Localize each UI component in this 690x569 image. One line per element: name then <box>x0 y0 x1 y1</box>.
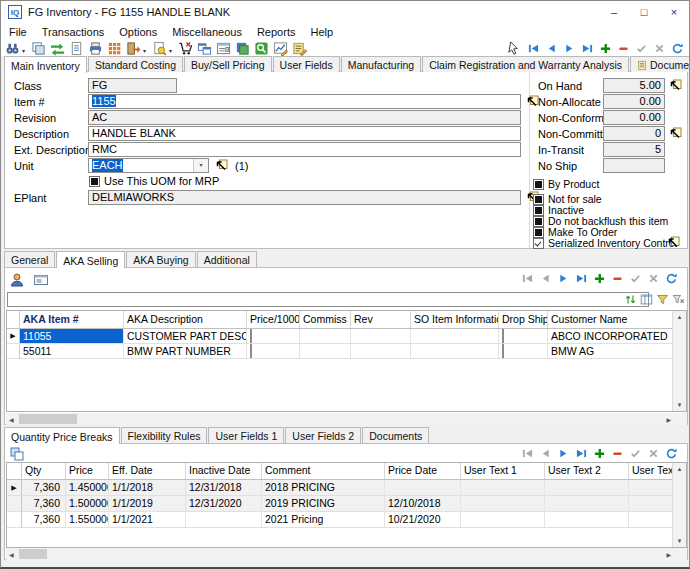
price-nav-last-button[interactable] <box>576 448 587 459</box>
not-for-sale-checkbox[interactable] <box>533 194 544 205</box>
maximize-button[interactable]: □ <box>629 1 659 23</box>
tab-price-documents[interactable]: Documents <box>362 427 429 443</box>
query-cursor-icon[interactable] <box>506 41 521 56</box>
price-refresh-button[interactable] <box>666 448 677 459</box>
tab-flexibility-rules[interactable]: Flexibility Rules <box>121 427 208 443</box>
serialized-checkbox[interactable] <box>533 238 544 249</box>
col-rev[interactable]: Rev <box>351 311 411 328</box>
price-row[interactable]: 7,360 1.500000 1/1/2019 12/31/2020 2019 … <box>7 496 686 512</box>
make-to-order-checkbox[interactable] <box>533 227 544 238</box>
col-inactive-date[interactable]: Inactive Date <box>186 463 262 479</box>
scroll-down-icon[interactable]: ▼ <box>677 399 683 411</box>
note-edit-icon[interactable] <box>292 41 307 56</box>
tab-general[interactable]: General <box>4 251 55 267</box>
detail-form-icon[interactable] <box>216 41 231 56</box>
col-aka-item[interactable]: AKA Item # <box>20 311 124 328</box>
price-row-selected[interactable]: ▶ 7,360 1.450000 1/1/2018 12/31/2018 201… <box>7 480 686 496</box>
menu-file[interactable]: File <box>9 26 27 38</box>
ext-description-field[interactable]: RMC <box>88 142 521 157</box>
filter-clear-icon[interactable] <box>672 293 685 306</box>
tab-main-inventory[interactable]: Main Inventory <box>4 56 87 73</box>
col-user-text-2[interactable]: User Text 2 <box>545 463 629 479</box>
exit-icon[interactable] <box>126 41 141 56</box>
non-committed-lookup-icon[interactable] <box>669 127 682 140</box>
delete-record-button[interactable] <box>618 43 629 54</box>
columns-icon[interactable] <box>640 293 653 306</box>
nav-prev-button[interactable] <box>546 43 557 54</box>
drop-ship-checkbox-cell[interactable] <box>499 329 548 344</box>
price-cancel-button[interactable] <box>648 448 659 459</box>
menu-miscellaneous[interactable]: Miscellaneous <box>172 26 242 38</box>
aka-vertical-scrollbar[interactable]: ▲ ▼ <box>672 311 686 411</box>
price-row[interactable]: 7,360 1.550000 1/1/2021 2021 Pricing 10/… <box>7 512 686 528</box>
col-so-item-info[interactable]: SO Item Information <box>411 311 499 328</box>
refresh-button[interactable] <box>672 43 683 54</box>
tab-buy-sell-pricing[interactable]: Buy/Sell Pricing <box>184 56 272 72</box>
price-add-button[interactable] <box>594 448 605 459</box>
cart-icon[interactable] <box>178 41 193 56</box>
aka-nav-next-button[interactable] <box>558 273 569 284</box>
tab-claim-registration[interactable]: Claim Registration and Warranty Analysis <box>422 56 629 72</box>
find-icon[interactable] <box>5 41 20 56</box>
no-backflush-checkbox[interactable] <box>533 216 544 227</box>
aka-nav-prev-button[interactable] <box>540 273 551 284</box>
tab-manufacturing[interactable]: Manufacturing <box>341 56 422 72</box>
lookup-dropdown-icon[interactable]: ▾ <box>169 47 172 54</box>
revision-field[interactable]: AC <box>88 110 521 125</box>
copy-rows-icon[interactable] <box>9 446 25 462</box>
menu-help[interactable]: Help <box>310 26 333 38</box>
scroll-right-icon[interactable]: ▶ <box>663 551 674 558</box>
scroll-down-icon[interactable]: ▼ <box>677 535 683 547</box>
unit-combobox[interactable]: EACH▾ <box>88 158 209 173</box>
aka-row-selected[interactable]: ▶ 11055 CUSTOMER PART DESCRIPTION ABCO I… <box>7 329 686 344</box>
col-eff-date[interactable]: Eff. Date <box>109 463 186 479</box>
close-button[interactable]: × <box>659 1 689 23</box>
scroll-up-icon[interactable]: ▲ <box>677 463 683 475</box>
aka-refresh-button[interactable] <box>666 273 677 284</box>
find-dropdown-icon[interactable]: ▾ <box>22 47 25 54</box>
chart-edit-icon[interactable] <box>273 41 288 56</box>
menu-transactions[interactable]: Transactions <box>42 26 105 38</box>
aka-post-button[interactable] <box>630 273 641 284</box>
aka-cancel-button[interactable] <box>648 273 659 284</box>
price-nav-next-button[interactable] <box>558 448 569 459</box>
col-price-1000[interactable]: Price/1000 <box>247 311 300 328</box>
by-product-checkbox[interactable] <box>533 179 544 190</box>
aka-nav-first-button[interactable] <box>522 273 533 284</box>
price-nav-prev-button[interactable] <box>540 448 551 459</box>
tab-user-fields[interactable]: User Fields <box>273 56 340 72</box>
item-number-field[interactable]: 1155 <box>88 94 521 109</box>
unit-lookup-icon[interactable] <box>215 159 228 172</box>
col-comment[interactable]: Comment <box>262 463 385 479</box>
tab-user-fields-1[interactable]: User Fields 1 <box>208 427 284 443</box>
drop-ship-checkbox-cell[interactable] <box>499 344 548 359</box>
exit-dropdown-icon[interactable]: ▾ <box>143 47 146 54</box>
class-field[interactable]: FG <box>88 78 177 93</box>
on-hand-lookup-icon[interactable] <box>669 79 682 92</box>
uom-mrp-checkbox[interactable] <box>89 176 100 187</box>
price-post-button[interactable] <box>630 448 641 459</box>
zoom-icon[interactable] <box>254 41 269 56</box>
price-vertical-scrollbar[interactable]: ▲ ▼ <box>672 463 686 547</box>
grid-icon[interactable] <box>107 41 122 56</box>
menu-options[interactable]: Options <box>119 26 157 38</box>
filter-icon[interactable] <box>656 293 669 306</box>
aka-search-input[interactable] <box>7 292 649 307</box>
non-allocate-field[interactable]: 0.00 <box>603 94 665 109</box>
price-nav-first-button[interactable] <box>522 448 533 459</box>
aka-nav-last-button[interactable] <box>576 273 587 284</box>
description-field[interactable]: HANDLE BLANK <box>88 126 521 141</box>
inactive-checkbox[interactable] <box>533 205 544 216</box>
scroll-left-icon[interactable]: ◀ <box>6 551 17 558</box>
price-delete-button[interactable] <box>612 448 623 459</box>
eplant-field[interactable]: DELMIAWORKS <box>88 190 521 205</box>
nav-first-button[interactable] <box>528 43 539 54</box>
scroll-right-icon[interactable]: ▶ <box>663 416 674 423</box>
copy-window-icon[interactable] <box>31 41 46 56</box>
price-1000-checkbox-cell[interactable] <box>247 344 300 359</box>
add-record-button[interactable] <box>600 43 611 54</box>
in-transit-field[interactable]: 5 <box>603 142 665 157</box>
tab-documents[interactable]: Documents <box>630 56 690 72</box>
col-price[interactable]: Price <box>66 463 109 479</box>
tab-quantity-price-breaks[interactable]: Quantity Price Breaks <box>4 427 120 444</box>
